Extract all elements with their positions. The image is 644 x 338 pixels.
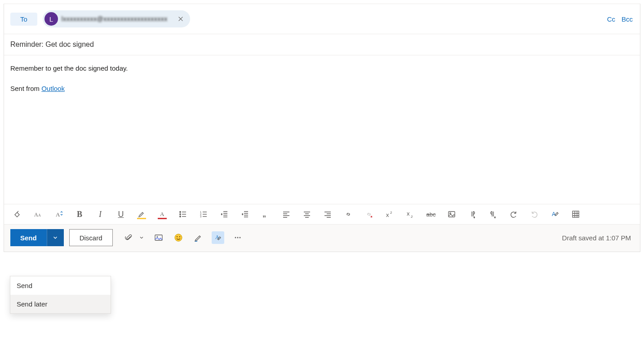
more-options-icon[interactable] [231,231,244,244]
svg-text:„: „ [262,210,266,218]
strikethrough-button[interactable]: abc [426,209,436,220]
bold-button[interactable]: B [74,209,85,220]
compose-window: To L lxxxxxxxxxx@xxxxxxxxxxxxxxxxxxx Cc … [4,4,640,252]
svg-text:A: A [160,211,164,217]
message-body[interactable]: Remember to get the doc signed today. Se… [4,55,640,204]
svg-point-20 [156,236,158,238]
svg-text:2: 2 [390,211,392,215]
action-bar: Send Discard A [4,225,640,252]
to-button[interactable]: To [10,13,37,26]
recipient-chip[interactable]: L lxxxxxxxxxx@xxxxxxxxxxxxxxxxxxx [43,10,190,27]
numbering-icon[interactable]: 123 [198,209,209,220]
svg-point-6 [180,216,181,217]
subject-input[interactable] [10,41,634,49]
undo-icon[interactable] [508,209,519,220]
link-icon[interactable] [343,209,354,220]
to-row: To L lxxxxxxxxxx@xxxxxxxxxxxxxxxxxxx Cc … [4,4,640,34]
outdent-icon[interactable] [219,209,230,220]
svg-text:x: x [386,212,389,218]
highlight-icon[interactable] [136,209,147,220]
clear-format-icon[interactable]: A [550,209,560,220]
bcc-button[interactable]: Bcc [622,15,633,23]
compose-action-icons: A [123,231,244,244]
format-toolbar: AA A B I U A 123 „ [4,204,640,225]
subscript-icon[interactable]: x2 [405,209,416,220]
signature-icon[interactable] [192,231,204,244]
svg-text:A: A [34,212,38,218]
emoji-icon[interactable] [172,231,185,244]
ltr-icon[interactable] [467,209,478,220]
font-icon[interactable]: AA [33,209,44,220]
body-line: Remember to get the doc signed today. [10,63,634,74]
remove-recipient-icon[interactable] [176,14,186,24]
discard-button[interactable]: Discard [69,229,113,246]
svg-text:3: 3 [200,215,202,218]
svg-text:2: 2 [411,215,413,219]
bullets-icon[interactable] [178,209,188,220]
avatar: L [44,12,58,26]
svg-point-22 [176,236,177,237]
svg-text:A: A [552,211,555,217]
svg-point-27 [239,237,240,239]
send-menu-send[interactable]: Send [10,276,111,295]
attach-icon[interactable] [123,231,135,244]
svg-text:A: A [38,213,41,217]
send-menu: Send Send later [10,276,111,314]
svg-point-4 [180,212,181,212]
align-center-icon[interactable] [302,209,312,220]
superscript-icon[interactable]: x2 [384,209,395,220]
svg-rect-19 [155,235,162,240]
indent-icon[interactable] [240,209,250,220]
signature-prefix: Sent from [10,85,41,92]
send-menu-send-later[interactable]: Send later [10,295,111,313]
formatting-toggle-icon[interactable]: A [212,231,224,244]
align-left-icon[interactable] [281,209,292,220]
draft-status: Draft saved at 1:07 PM [562,234,634,242]
unlink-icon[interactable] [364,209,374,220]
rtl-icon[interactable] [488,209,498,220]
underline-button[interactable]: U [115,209,126,220]
svg-text:A: A [56,211,60,218]
svg-point-25 [235,237,236,239]
send-split-button: Send [10,229,64,246]
svg-text:x: x [407,210,410,217]
insert-image-icon[interactable] [446,209,457,220]
svg-point-23 [179,236,180,237]
send-button[interactable]: Send [10,229,47,246]
attach-dropdown-icon[interactable] [138,231,145,244]
format-painter-icon[interactable] [12,209,23,220]
quote-icon[interactable]: „ [260,209,271,220]
svg-point-5 [180,214,181,215]
svg-point-26 [237,237,238,239]
send-dropdown-button[interactable] [47,229,64,246]
font-color-icon[interactable]: A [157,209,168,220]
signature-line: Sent from Outlook [10,84,634,94]
italic-button[interactable]: I [95,209,106,220]
picture-icon[interactable] [152,231,165,244]
align-right-icon[interactable] [322,209,333,220]
subject-row [4,34,640,55]
cc-button[interactable]: Cc [607,15,615,23]
svg-point-21 [175,234,182,241]
redo-icon[interactable] [529,209,540,220]
svg-rect-18 [573,211,579,217]
cc-bcc-toggle: Cc Bcc [607,15,633,23]
table-icon[interactable] [570,209,581,220]
svg-rect-15 [449,212,455,217]
svg-point-16 [450,213,451,214]
outlook-link[interactable]: Outlook [41,85,65,92]
font-size-icon[interactable]: A [53,209,64,220]
recipient-name: lxxxxxxxxxx@xxxxxxxxxxxxxxxxxxx [62,15,169,23]
